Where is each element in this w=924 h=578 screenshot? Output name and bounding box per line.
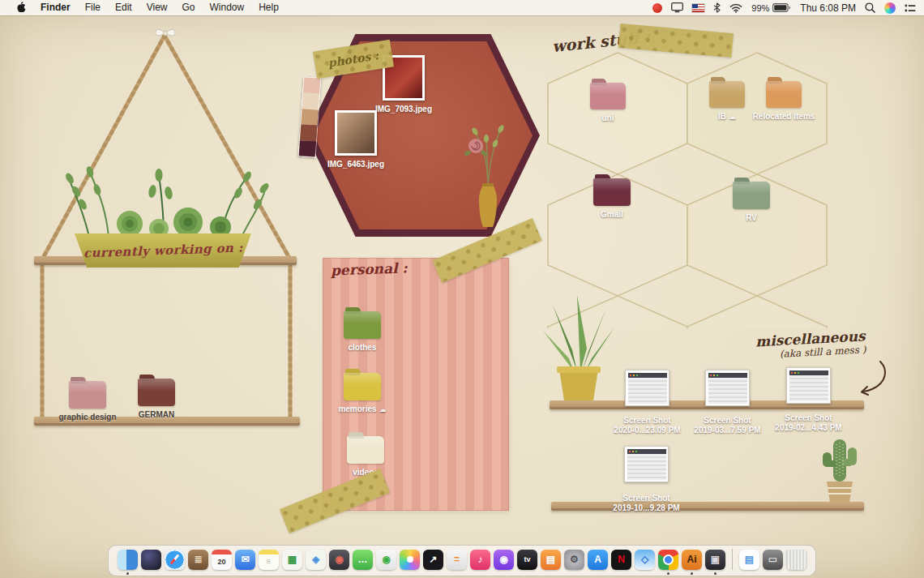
- file-label: Screen Shot 2019-02...4.43 PM: [775, 413, 841, 433]
- display-menu-icon[interactable]: [671, 2, 683, 13]
- folder-relocated-items[interactable]: Relocated Items: [743, 76, 824, 122]
- wifi-icon[interactable]: [729, 3, 742, 13]
- dock-facetime-icon[interactable]: ◉: [375, 550, 397, 570]
- input-source-flag-icon[interactable]: [692, 4, 704, 12]
- battery-icon: [772, 3, 791, 12]
- dock-calculator-icon[interactable]: =: [446, 550, 468, 570]
- file-screenshot-4[interactable]: Screen Shot 2019-10...9.28 PM: [608, 446, 685, 513]
- photo-thumbnail: [335, 110, 377, 156]
- dock-photos-icon[interactable]: [399, 550, 421, 570]
- file-label-line: Screen Shot: [775, 413, 841, 423]
- dock-maps-icon[interactable]: ◈: [305, 550, 327, 570]
- dock-podcasts-icon[interactable]: ◉: [493, 550, 515, 570]
- folder-label: Relocated Items: [753, 112, 815, 122]
- dock-blue-doc-app-icon[interactable]: ◇: [634, 550, 656, 570]
- dock-journal-icon[interactable]: ≣: [187, 550, 209, 570]
- dock-numbers-icon[interactable]: ▦: [281, 550, 303, 570]
- dock-calendar-icon[interactable]: 20: [211, 550, 233, 570]
- dock-system-preferences-icon[interactable]: ⚙: [563, 550, 585, 570]
- folder-icon: [590, 83, 626, 109]
- folder-gmail[interactable]: Gmail: [575, 173, 648, 220]
- spotlight-icon[interactable]: [865, 2, 875, 13]
- folder-icon: [344, 311, 381, 339]
- battery-status[interactable]: 99%: [751, 3, 791, 13]
- file-label: IMG_6463.jpeg: [327, 160, 384, 169]
- dock-notes-icon[interactable]: ≡: [258, 550, 280, 570]
- battery-percent: 99%: [751, 3, 769, 13]
- dock-music-icon[interactable]: ♪: [469, 550, 491, 570]
- file-screenshot-1[interactable]: Screen Shot 2020-0...23.09 PM: [609, 370, 686, 435]
- file-label-line: 2019-10...9.28 PM: [613, 503, 679, 513]
- dock-siri-icon[interactable]: [140, 550, 162, 570]
- folder-rv[interactable]: RV: [715, 177, 788, 223]
- red-app-menu-icon[interactable]: [652, 3, 662, 13]
- file-label-line: 2020-0...23.09 PM: [614, 426, 680, 435]
- folder-icon: [766, 81, 802, 108]
- bluetooth-icon[interactable]: [713, 2, 721, 13]
- control-center-icon[interactable]: [905, 4, 916, 12]
- menu-edit[interactable]: Edit: [108, 0, 139, 15]
- misc-heading: miscellaneous (aka still a mess ): [750, 328, 866, 361]
- folder-label: memories ☁: [338, 405, 386, 414]
- dock-photo-booth-icon[interactable]: ◉: [328, 550, 350, 570]
- personal-heading: personal :: [331, 259, 408, 278]
- folder-german[interactable]: GERMAN: [120, 374, 193, 420]
- dock-trash-icon[interactable]: [785, 550, 807, 570]
- folder-label: clothes: [348, 343, 376, 353]
- menu-clock[interactable]: Thu 6:08 PM: [800, 2, 856, 14]
- menu-window[interactable]: Window: [203, 0, 252, 15]
- desktop-screen: Finder File Edit View Go Window Help 99%…: [0, 0, 924, 578]
- folder-icon: [709, 81, 745, 108]
- screenshot-thumbnail: [625, 370, 669, 406]
- photos-heading: photos :: [327, 49, 380, 70]
- dock-messages-icon[interactable]: …: [352, 550, 374, 570]
- app-menu-finder[interactable]: Finder: [33, 0, 78, 15]
- folder-label: graphic design: [58, 413, 116, 422]
- folder-label-text: memories: [338, 405, 376, 414]
- folder-uni[interactable]: uni: [571, 78, 644, 123]
- file-img-6463[interactable]: IMG_6463.jpeg: [318, 110, 394, 169]
- plants-decoration: [62, 157, 269, 238]
- dock-mail-icon[interactable]: ✉: [234, 550, 256, 570]
- file-label-line: 2019-02...4.43 PM: [775, 423, 841, 433]
- dock-divider: [732, 549, 733, 570]
- dock-netflix-icon[interactable]: N: [610, 550, 632, 570]
- working-on-heading: currently working on :: [83, 241, 242, 261]
- menu-file[interactable]: File: [78, 0, 108, 15]
- aloe-plant-decoration: [540, 292, 618, 402]
- folder-graphic-design[interactable]: graphic design: [50, 376, 125, 422]
- dock-tv-icon[interactable]: tv: [516, 550, 538, 570]
- dock-pages-document-icon[interactable]: ▤: [738, 550, 760, 570]
- file-screenshot-2[interactable]: Screen Shot 2019-03...7.59 PM: [689, 370, 766, 435]
- dock-minimized-window-icon[interactable]: ▭: [762, 550, 784, 570]
- folder-videos[interactable]: videos: [325, 431, 406, 477]
- dock-chrome-icon[interactable]: [657, 550, 679, 570]
- dock-stocks-icon[interactable]: ↗: [422, 550, 444, 570]
- screenshot-thumbnail: [624, 446, 669, 482]
- apple-menu-icon[interactable]: [8, 2, 33, 14]
- icloud-icon: ☁: [729, 113, 736, 122]
- siri-icon[interactable]: [884, 2, 896, 14]
- file-label-line: Screen Shot: [694, 416, 760, 426]
- ribbon-bow-icon: [154, 27, 177, 40]
- dock-books-icon[interactable]: ▤: [540, 550, 562, 570]
- file-label: Screen Shot 2019-03...7.59 PM: [694, 416, 760, 435]
- folder-label-text: IB: [718, 112, 726, 122]
- dock-screenshot-utility-icon[interactable]: ▣: [704, 550, 726, 570]
- folder-clothes[interactable]: clothes: [322, 306, 403, 353]
- menu-status-area: 99% Thu 6:08 PM: [652, 2, 916, 14]
- arrow-doodle-icon: [856, 360, 888, 397]
- dock-illustrator-icon[interactable]: Ai: [681, 550, 703, 570]
- dock-safari-icon[interactable]: [164, 550, 186, 570]
- folder-memories[interactable]: memories ☁: [322, 368, 403, 414]
- dock-app-store-icon[interactable]: A: [587, 550, 609, 570]
- dock-finder-icon[interactable]: [117, 550, 139, 570]
- screenshot-thumbnail: [786, 367, 831, 404]
- menu-view[interactable]: View: [139, 0, 175, 15]
- folder-icon: [138, 379, 175, 406]
- menu-help[interactable]: Help: [251, 0, 286, 15]
- menu-go[interactable]: Go: [175, 0, 203, 15]
- file-screenshot-3[interactable]: Screen Shot 2019-02...4.43 PM: [770, 367, 847, 433]
- folder-icon: [347, 436, 384, 464]
- folder-label: uni: [602, 113, 614, 123]
